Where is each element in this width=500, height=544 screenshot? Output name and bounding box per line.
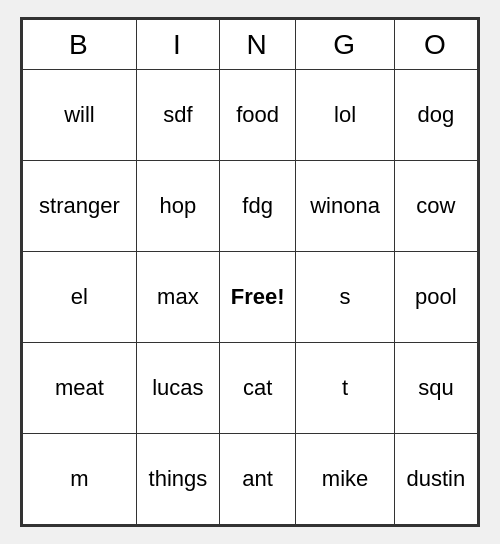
table-cell: t xyxy=(296,343,394,434)
table-row: mthingsantmikedustin xyxy=(23,434,478,525)
table-cell: dustin xyxy=(394,434,477,525)
bingo-table: B I N G O willsdffoodloldogstrangerhopfd… xyxy=(22,19,478,525)
table-cell: Free! xyxy=(219,252,295,343)
table-row: elmaxFree!spool xyxy=(23,252,478,343)
table-cell: mike xyxy=(296,434,394,525)
header-i: I xyxy=(136,20,219,70)
table-cell: will xyxy=(23,70,137,161)
header-row: B I N G O xyxy=(23,20,478,70)
header-n: N xyxy=(219,20,295,70)
table-cell: food xyxy=(219,70,295,161)
table-cell: dog xyxy=(394,70,477,161)
header-b: B xyxy=(23,20,137,70)
table-cell: squ xyxy=(394,343,477,434)
table-cell: fdg xyxy=(219,161,295,252)
header-g: G xyxy=(296,20,394,70)
header-o: O xyxy=(394,20,477,70)
table-cell: s xyxy=(296,252,394,343)
table-cell: m xyxy=(23,434,137,525)
table-cell: lol xyxy=(296,70,394,161)
table-cell: meat xyxy=(23,343,137,434)
table-cell: hop xyxy=(136,161,219,252)
table-cell: things xyxy=(136,434,219,525)
table-cell: cow xyxy=(394,161,477,252)
table-cell: winona xyxy=(296,161,394,252)
table-cell: lucas xyxy=(136,343,219,434)
table-cell: sdf xyxy=(136,70,219,161)
table-row: willsdffoodloldog xyxy=(23,70,478,161)
table-row: strangerhopfdgwinonacow xyxy=(23,161,478,252)
bingo-card: B I N G O willsdffoodloldogstrangerhopfd… xyxy=(20,17,480,527)
table-cell: el xyxy=(23,252,137,343)
table-cell: pool xyxy=(394,252,477,343)
table-cell: max xyxy=(136,252,219,343)
table-cell: cat xyxy=(219,343,295,434)
table-cell: ant xyxy=(219,434,295,525)
table-cell: stranger xyxy=(23,161,137,252)
bingo-body: willsdffoodloldogstrangerhopfdgwinonacow… xyxy=(23,70,478,525)
table-row: meatlucascattsqu xyxy=(23,343,478,434)
